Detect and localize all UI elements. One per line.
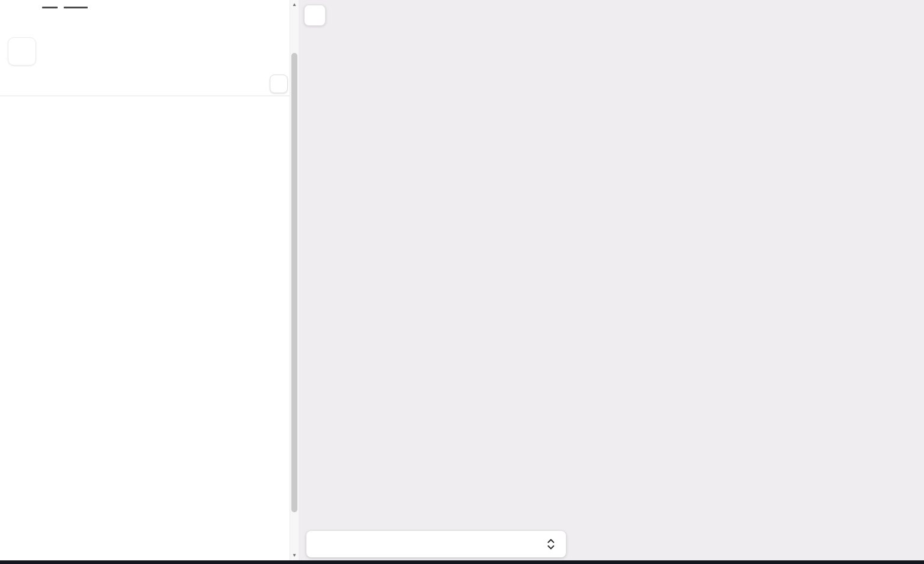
- collapse-panel-button[interactable]: [304, 5, 326, 26]
- tabs-overflow-button[interactable]: [270, 75, 288, 93]
- panel-scrollbar[interactable]: ▲ ▼: [290, 0, 299, 560]
- sort-chevrons-icon: [547, 538, 555, 550]
- window-edge: [0, 560, 924, 564]
- clipped-text-fragment: [42, 0, 162, 2]
- legend-toggle[interactable]: [306, 531, 566, 557]
- favorite-button[interactable]: [8, 37, 36, 66]
- info-panel: ▲ ▼: [0, 0, 299, 564]
- scroll-down-icon[interactable]: ▼: [290, 551, 299, 560]
- map-area[interactable]: [299, 0, 924, 564]
- tab-bar: [10, 76, 286, 96]
- scrollbar-thumb[interactable]: [291, 53, 297, 512]
- divider: [0, 96, 290, 96]
- scroll-up-icon[interactable]: ▲: [290, 0, 299, 10]
- cadastral-map[interactable]: [299, 0, 924, 564]
